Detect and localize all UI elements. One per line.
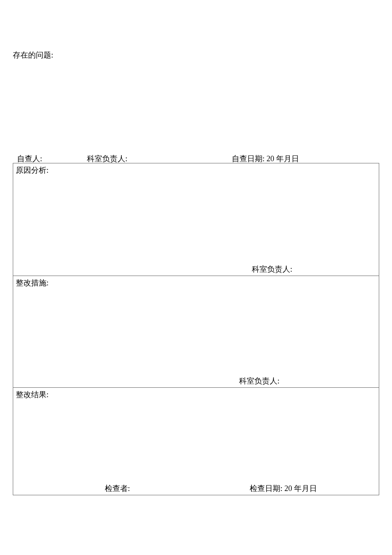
cause-analysis-title: 原因分析: [16,165,376,175]
corrective-measures-footer: 科室负责人: [239,376,280,386]
corrective-measures-box: 整改措施: 科室负责人: [13,276,379,388]
problems-title: 存在的问题: [13,50,53,60]
department-head-label: 科室负责人: [87,154,127,164]
checker-label: 检查者: [105,483,130,494]
inspector-label: 自查人: [17,154,42,164]
corrective-results-title: 整改结果: [16,389,376,400]
inspection-date-label: 自查日期: 20 年月日 [232,154,299,164]
cause-analysis-footer: 科室负责人: [252,264,292,274]
inspection-info-row: 自查人: 科室负责人: 自查日期: 20 年月日 [13,154,379,164]
corrective-results-box: 整改结果: 检查者: 检查日期: 20 年月日 [13,387,379,495]
cause-analysis-box: 原因分析: 科室负责人: [13,163,379,276]
corrective-measures-title: 整改措施: [16,278,376,288]
check-date-label: 检查日期: 20 年月日 [250,483,317,494]
